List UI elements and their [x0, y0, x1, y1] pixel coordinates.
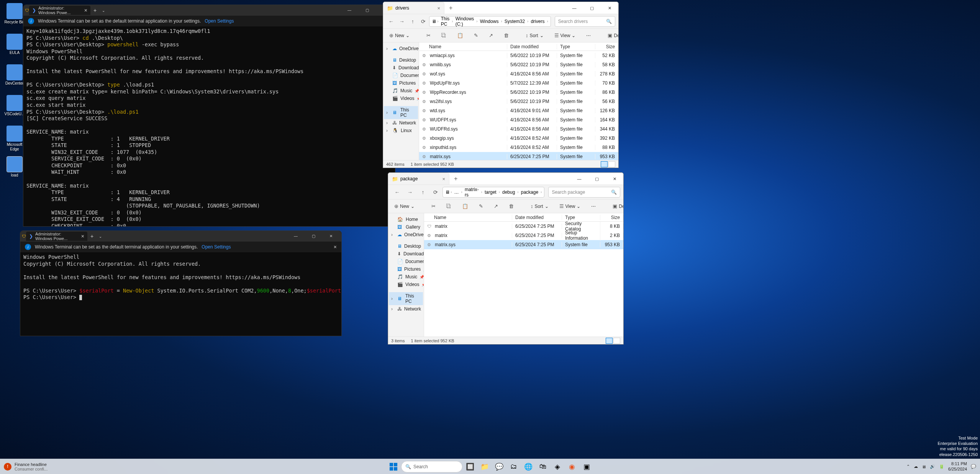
desktop-icon-eula[interactable]: EULA — [3, 34, 26, 55]
close-tab-icon[interactable]: × — [84, 7, 87, 13]
breadcrumb-item[interactable]: debug — [501, 189, 516, 196]
store-icon[interactable]: 🛍 — [536, 460, 550, 474]
col-size[interactable]: Size — [595, 44, 618, 49]
terminal-body[interactable]: Key=10kak1ifqdcj3.3pgzjaxke439m.1obk371l… — [23, 26, 395, 227]
tab-dropdown-icon[interactable]: ⌄ — [97, 234, 104, 239]
col-type[interactable]: Type — [557, 44, 595, 49]
sidebar-item-network[interactable]: 🖧Network — [389, 305, 423, 313]
tray-chevron-icon[interactable]: ⌃ — [906, 464, 910, 469]
column-headers[interactable]: Name Date modified Type Size — [424, 213, 623, 222]
new-button[interactable]: ⊕New ⌄ — [392, 202, 417, 211]
search-input[interactable]: Search drivers 🔍 — [555, 16, 615, 27]
new-tab-button[interactable]: + — [87, 233, 97, 239]
more-button[interactable]: ⋯ — [584, 31, 593, 40]
breadcrumb-item[interactable]: This PC — [439, 15, 451, 28]
close-tab-icon[interactable]: × — [437, 5, 440, 11]
file-row[interactable]: ⚙wof.sys4/16/2024 8:56 AMSystem file278 … — [419, 69, 618, 78]
sidebar-item-linux[interactable]: 🐧Linux — [384, 127, 418, 134]
breadcrumb-item[interactable]: target — [483, 189, 498, 196]
titlebar[interactable]: 🛡 ❯ Administrator: Windows Powe... × + ⌄… — [23, 5, 395, 16]
more-button[interactable]: ⋯ — [589, 202, 598, 211]
breadcrumb-item[interactable]: matrix-rs — [463, 186, 480, 198]
sidebar-item-documents[interactable]: 📄Documents📌 — [384, 72, 418, 79]
terminal-body[interactable]: Windows PowerShell Copyright (C) Microso… — [20, 252, 341, 302]
breadcrumb[interactable]: 🖥 › This PC›Windows (C:)›Windows›System3… — [429, 16, 551, 27]
sort-button[interactable]: ↕Sort ⌄ — [523, 31, 546, 40]
file-row[interactable]: 🛡matrix6/25/2024 7:25 PMSecurity Catalog… — [424, 222, 623, 231]
new-tab-button[interactable]: + — [449, 173, 462, 185]
sidebar-item-downloads[interactable]: ⬇Downloads📌 — [384, 64, 418, 72]
terminal-icon[interactable]: ▣ — [580, 460, 593, 474]
explorer-icon[interactable]: 📁 — [478, 460, 492, 474]
breadcrumb-item[interactable]: Windows — [479, 18, 500, 25]
breadcrumb-item[interactable]: Windows (C:) — [454, 15, 476, 28]
back-button[interactable]: ← — [386, 15, 396, 28]
col-name[interactable]: Name — [424, 215, 512, 220]
sort-button[interactable]: ↕Sort ⌄ — [528, 202, 551, 211]
file-row[interactable]: ⚙xboxgip.sys4/16/2024 8:52 AMSystem file… — [419, 134, 618, 143]
col-name[interactable]: Name — [419, 44, 507, 49]
titlebar[interactable]: 🛡 ❯ Administrator: Windows Powe... × + ⌄… — [20, 231, 341, 242]
breadcrumb-item[interactable]: package — [519, 189, 540, 196]
tab-dropdown-icon[interactable]: ⌄ — [100, 8, 107, 13]
breadcrumb[interactable]: 🖥 › …›matrix-rs›target›debug›package› — [442, 187, 544, 198]
file-row[interactable]: ⚙wtd.sys4/16/2024 9:01 AMSystem file126 … — [419, 106, 618, 115]
close-button[interactable]: ✕ — [606, 173, 623, 185]
share-button[interactable]: ↗ — [492, 202, 500, 211]
sidebar-item-this-pc[interactable]: 🖥This PC — [384, 106, 418, 119]
cut-button[interactable]: ✂ — [424, 31, 433, 40]
maximize-button[interactable]: ▢ — [358, 5, 376, 16]
sidebar-item-this-pc[interactable]: 🖥This PC — [389, 292, 423, 305]
desktop-icon-load[interactable]: load — [3, 156, 26, 178]
desktop-icon-recycle-bin[interactable]: Recycle Bin — [3, 3, 26, 25]
close-button[interactable]: ✕ — [322, 231, 340, 242]
chat-icon[interactable]: 💬 — [492, 460, 506, 474]
sidebar-item-desktop[interactable]: 🖥Desktop📌 — [384, 56, 418, 64]
col-date[interactable]: Date modified — [507, 44, 557, 49]
paste-button[interactable]: 📋 — [460, 202, 470, 211]
details-button[interactable]: ▣Details — [610, 202, 624, 211]
desktop-icon-vscode[interactable]: VSCodeU... — [3, 95, 26, 116]
breadcrumb-item[interactable]: … — [453, 189, 461, 196]
cut-button[interactable]: ✂ — [429, 202, 438, 211]
maximize-button[interactable]: ▢ — [588, 173, 606, 185]
widgets-panel[interactable]: ! Finance headline Consumer confi... — [0, 462, 51, 471]
minimize-button[interactable]: — — [287, 231, 305, 242]
thumbnail-view-button[interactable] — [613, 338, 620, 344]
new-tab-button[interactable]: + — [444, 2, 457, 14]
minimize-button[interactable]: — — [565, 2, 583, 14]
sidebar-item-pictures[interactable]: 🖼Pictures📌 — [384, 79, 418, 87]
new-button[interactable]: ⊕New ⌄ — [387, 31, 412, 40]
thumbnail-view-button[interactable] — [608, 161, 615, 167]
up-button[interactable]: ↑ — [417, 186, 429, 198]
copy-button[interactable]: ⿻ — [444, 202, 454, 211]
file-row[interactable]: ⚙xinputhid.sys4/16/2024 8:52 AMSystem fi… — [419, 143, 618, 152]
open-settings-link[interactable]: Open Settings — [205, 18, 234, 24]
titlebar[interactable]: 📁 package × + — ▢ ✕ — [388, 173, 623, 185]
edge-icon[interactable]: 🌐 — [521, 460, 535, 474]
terminal-tab[interactable]: ❯ Administrator: Windows Powe... × — [29, 6, 90, 15]
file-row[interactable]: ⚙WUDFRd.sys4/16/2024 8:56 AMSystem file3… — [419, 124, 618, 134]
breadcrumb-item[interactable]: System32 — [503, 18, 526, 25]
maximize-button[interactable]: ▢ — [583, 2, 601, 14]
new-tab-button[interactable]: + — [90, 7, 100, 13]
forward-button[interactable]: → — [404, 186, 416, 198]
open-settings-link[interactable]: Open Settings — [202, 244, 231, 250]
file-row[interactable]: ⚙matrix.sys6/25/2024 7:25 PMSystem file9… — [424, 240, 623, 249]
taskbar-search[interactable]: 🔍 Search — [401, 461, 462, 472]
sidebar-item-network[interactable]: 🖧Network — [384, 119, 418, 127]
sidebar-item-onedrive[interactable]: ☁OneDrive — [389, 231, 423, 239]
view-button[interactable]: ☰View ⌄ — [557, 202, 583, 211]
paste-button[interactable]: 📋 — [455, 31, 465, 40]
close-tab-icon[interactable]: × — [442, 176, 445, 182]
clock[interactable]: 8:11 PM 6/25/2024 — [948, 461, 967, 471]
dismiss-icon[interactable]: × — [334, 244, 337, 250]
sidebar-item-pictures[interactable]: 🖼Pictures📌 — [389, 265, 423, 273]
view-button[interactable]: ☰View ⌄ — [552, 31, 578, 40]
desktop-icon-devcenter[interactable]: DevCenter — [3, 64, 26, 86]
sidebar-item-music[interactable]: 🎵Music📌 — [389, 273, 423, 281]
minimize-button[interactable]: — — [570, 173, 588, 185]
explorer-tab[interactable]: 📁 drivers × — [383, 2, 444, 14]
maximize-button[interactable]: ▢ — [305, 231, 322, 242]
task-view-button[interactable]: 🔲 — [463, 460, 477, 474]
